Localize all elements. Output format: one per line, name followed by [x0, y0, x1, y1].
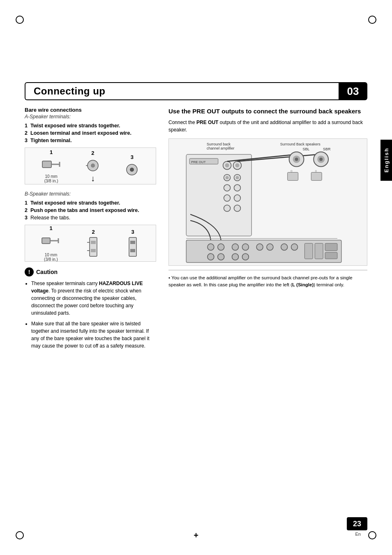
step-a-3: 3 Tighten terminal.: [25, 138, 156, 143]
svg-point-54: [208, 244, 214, 250]
svg-text:Surround back: Surround back: [207, 142, 231, 146]
svg-point-39: [224, 205, 231, 212]
svg-rect-17: [130, 241, 135, 244]
svg-rect-8: [42, 238, 50, 244]
right-section-title: Use the PRE OUT outputs to connect the s…: [168, 107, 367, 115]
right-column: Use the PRE OUT outputs to connect the s…: [168, 107, 367, 353]
connector-a-svg: [42, 157, 61, 173]
svg-point-32: [226, 176, 229, 179]
diagram-a-item-3: 3: [125, 154, 139, 178]
step-b-3: 3 Release the tabs.: [25, 215, 156, 221]
caution-icon: !: [25, 267, 34, 276]
svg-point-34: [236, 176, 239, 179]
speaker-diagram-svg: Surround back channel amplifier Surround…: [169, 139, 367, 265]
svg-point-37: [224, 195, 231, 201]
caution-list: These speaker terminals carry HAZARDOUS …: [25, 280, 156, 350]
step-a-1: 1 Twist exposed wire strands together.: [25, 123, 156, 129]
bare-wire-heading: Bare wire connections: [25, 107, 156, 113]
right-section-intro: Connect the PRE OUT outputs of the unit …: [168, 119, 367, 134]
svg-point-58: [256, 244, 263, 250]
svg-text:SBR: SBR: [323, 147, 331, 151]
svg-point-35: [224, 184, 231, 191]
svg-rect-24: [186, 154, 251, 236]
svg-point-56: [232, 244, 239, 250]
terminal-a-svg: [85, 158, 100, 173]
svg-point-60: [281, 244, 288, 250]
diagram-b-item-2: 2: [86, 229, 100, 258]
step-b-1: 1 Twist exposed wire strands together.: [25, 200, 156, 206]
section-b-label: B-Speaker terminals:: [25, 191, 156, 197]
crosshair-bottom-mid: +: [194, 531, 198, 540]
wire-diagram-b: 1 10 mm(3/8 in.) 2: [25, 225, 156, 262]
svg-point-49: [319, 158, 323, 161]
diagram-a-item-1: 1 10 mm(3/8 in.): [42, 149, 61, 183]
svg-point-30: [235, 164, 240, 168]
connector-b1-svg: [41, 233, 61, 251]
page-number: 23: [347, 517, 367, 530]
svg-point-63: [218, 253, 224, 260]
svg-point-64: [232, 253, 239, 260]
page-title: Connecting up: [34, 85, 105, 97]
svg-rect-11: [90, 237, 97, 256]
svg-rect-16: [129, 237, 136, 256]
terminal-a-tighten-svg: [125, 162, 139, 177]
left-column: Bare wire connections A-Speaker terminal…: [25, 107, 156, 353]
caution-box: ! Caution These speaker terminals carry …: [25, 267, 156, 350]
svg-point-45: [295, 158, 298, 161]
section-a-label: A-Speaker terminals:: [25, 114, 156, 120]
section-b: B-Speaker terminals: 1 Twist exposed wir…: [25, 191, 156, 262]
diagram-b-item-3: 3: [126, 229, 140, 258]
corner-mark-tr: [368, 16, 376, 24]
svg-rect-66: [304, 243, 313, 259]
english-tab: English: [380, 140, 392, 181]
svg-point-57: [242, 244, 249, 250]
steps-b-list: 1 Twist exposed wire strands together. 2…: [25, 200, 156, 221]
svg-point-36: [234, 184, 241, 191]
svg-point-38: [234, 195, 241, 201]
diagram-b-item-1: 1 10 mm(3/8 in.): [41, 225, 61, 262]
header-title-area: Connecting up: [25, 82, 339, 100]
svg-rect-18: [130, 249, 135, 252]
caution-item-2: Make sure that all the bare speaker wire…: [31, 320, 156, 350]
svg-point-28: [225, 164, 229, 168]
steps-a-list: 1 Twist exposed wire strands together. 2…: [25, 123, 156, 143]
svg-rect-67: [315, 243, 323, 259]
svg-point-62: [208, 253, 214, 260]
caution-header: ! Caution: [25, 267, 156, 276]
corner-mark-tl: [16, 16, 24, 24]
connector-b3-svg: [126, 237, 140, 257]
svg-rect-68: [325, 243, 337, 251]
page-suffix: En: [355, 532, 361, 537]
svg-point-40: [234, 205, 241, 212]
svg-point-65: [242, 253, 249, 260]
svg-rect-13: [91, 249, 96, 252]
svg-text:channel amplifier: channel amplifier: [207, 146, 235, 150]
svg-text:SBL: SBL: [302, 147, 309, 151]
diagram-a-item-2: 2 ↓: [85, 150, 100, 182]
svg-rect-51: [288, 172, 298, 180]
svg-text:PRE OUT: PRE OUT: [191, 160, 205, 164]
main-content: Bare wire connections A-Speaker terminal…: [25, 107, 367, 353]
svg-point-7: [130, 168, 134, 172]
header-bar: Connecting up 03: [25, 82, 367, 100]
step-a-2: 2 Loosen terminal and insert exposed wir…: [25, 130, 156, 136]
svg-rect-52: [311, 172, 322, 180]
speaker-diagram: Surround back channel amplifier Surround…: [168, 138, 367, 266]
corner-mark-bl: [16, 531, 24, 539]
svg-point-59: [267, 244, 273, 250]
corner-mark-br: [368, 531, 376, 539]
step-b-2: 2 Push open the tabs and insert exposed …: [25, 207, 156, 213]
svg-point-61: [291, 244, 298, 250]
svg-point-55: [218, 244, 224, 250]
svg-text:Surround Back speakers: Surround Back speakers: [280, 142, 321, 146]
svg-point-4: [91, 164, 95, 168]
diagram-note: • You can use the additional amplifier o…: [168, 270, 367, 289]
wire-diagram-a: 1 10 mm(3/8 in.) 2 ↓ 3: [25, 147, 156, 184]
svg-rect-0: [42, 161, 51, 168]
svg-rect-69: [325, 252, 337, 259]
svg-rect-12: [91, 241, 96, 244]
caution-title: Caution: [36, 269, 58, 275]
connector-b2-svg: [86, 237, 100, 257]
caution-item-1: These speaker terminals carry HAZARDOUS …: [31, 280, 156, 317]
chapter-number: 03: [339, 82, 367, 100]
